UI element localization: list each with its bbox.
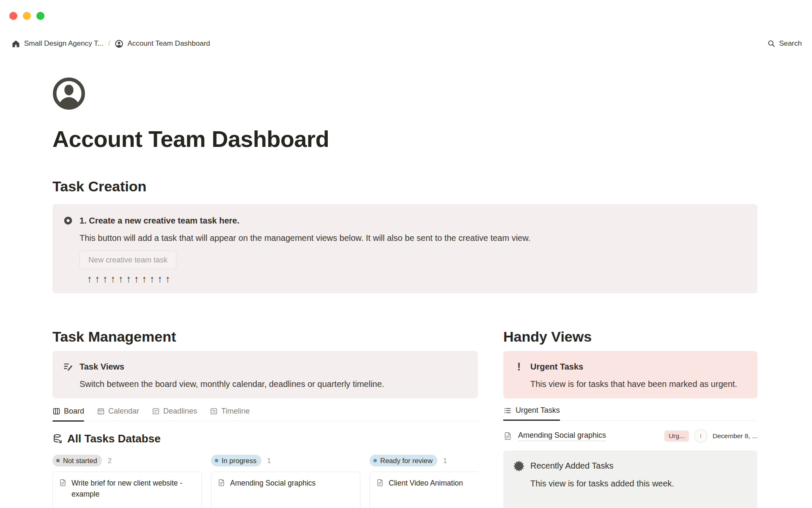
column-count: 2: [108, 457, 112, 465]
task-card[interactable]: Write brief for new client website - exa…: [52, 472, 202, 508]
list-page-icon: [152, 407, 160, 415]
list-view-icon: [503, 406, 512, 415]
page-title: Account Team Dashboard: [52, 125, 757, 152]
search-label: Search: [779, 39, 802, 48]
tab-urgent-tasks-label: Urgent Tasks: [516, 406, 560, 415]
task-views-title: Task Views: [80, 362, 124, 372]
database-icon: [52, 433, 63, 444]
seal-icon: [513, 461, 524, 472]
page-body: Account Team Dashboard Task Creation 1. …: [52, 77, 757, 508]
breadcrumb-separator: /: [107, 39, 111, 48]
timeline-icon: [210, 407, 218, 415]
task-card[interactable]: Client Video Animation: [370, 472, 478, 508]
tab-deadlines-label: Deadlines: [163, 407, 197, 416]
task-card-title: Amending Social graphics: [230, 478, 315, 489]
breadcrumb-page-label: Account Team Dashboard: [127, 39, 210, 48]
tab-urgent-tasks[interactable]: Urgent Tasks: [503, 406, 560, 421]
view-tabs: Board Calendar Deadlines: [52, 407, 478, 421]
tab-timeline-label: Timeline: [221, 407, 250, 416]
tab-board[interactable]: Board: [52, 407, 84, 421]
breadcrumb: Small Design Agency T... / Account Team …: [11, 39, 210, 48]
document-icon: [376, 478, 384, 487]
recently-added-description: This view is for tasks added this week.: [530, 478, 746, 489]
breadcrumb-page[interactable]: Account Team Dashboard: [115, 39, 210, 48]
tab-calendar[interactable]: Calendar: [97, 407, 139, 421]
status-dot: [56, 459, 60, 462]
breadcrumb-workspace-label: Small Design Agency T...: [24, 39, 104, 48]
status-dot: [373, 459, 377, 462]
minimize-window-button[interactable]: [23, 12, 31, 20]
status-dot: [215, 459, 218, 462]
document-icon: [59, 478, 67, 487]
database-title-toggle[interactable]: All Tasks Databse: [52, 432, 478, 445]
new-creative-team-task-button[interactable]: New creative team task: [80, 251, 176, 269]
urgent-tasks-callout-description: This view is for tasks that have been ma…: [530, 378, 746, 390]
status-pill-in-progress[interactable]: In progress: [211, 455, 261, 467]
search-button[interactable]: Search: [767, 39, 802, 48]
compose-icon: [63, 361, 74, 372]
task-views-description: Switch between the board view, monthly c…: [80, 378, 466, 390]
close-window-button[interactable]: [9, 12, 17, 20]
handy-views-section: Handy Views ! Urgent Tasks This view is …: [503, 327, 757, 508]
calendar-icon: [97, 407, 105, 415]
tab-deadlines[interactable]: Deadlines: [152, 407, 197, 421]
recently-added-title: Recently Added Tasks: [530, 461, 613, 471]
page-avatar-icon[interactable]: [52, 77, 85, 110]
search-icon: [767, 39, 776, 48]
task-creation-callout: 1. Create a new creative team task here.…: [52, 204, 757, 293]
database-title: All Tasks Databse: [67, 432, 161, 445]
tab-board-label: Board: [64, 407, 84, 416]
home-icon: [11, 39, 20, 48]
handy-views-heading: Handy Views: [503, 327, 757, 346]
due-date: December 8, ...: [713, 432, 757, 440]
status-pill-not-started[interactable]: Not started: [52, 455, 102, 467]
assignee-avatar: I: [694, 430, 707, 442]
breadcrumb-workspace[interactable]: Small Design Agency T...: [11, 39, 104, 48]
board-column-ready-for-review: Ready for review 1 Client Video Animatio…: [370, 455, 478, 508]
column-count: 1: [267, 457, 271, 465]
kanban-board: Not started 2 Write brief for new client…: [52, 455, 478, 508]
task-creation-callout-title: 1. Create a new creative team task here.: [80, 216, 239, 226]
top-bar: Small Design Agency T... / Account Team …: [11, 36, 802, 51]
up-arrows-decoration: ↑↑↑↑↑↑↑↑↑↑↑: [87, 273, 746, 285]
urgent-task-link[interactable]: Amending Social graphics: [518, 431, 606, 441]
status-pill-ready-for-review[interactable]: Ready for review: [370, 455, 437, 467]
board-column-not-started: Not started 2 Write brief for new client…: [52, 455, 202, 508]
task-creation-callout-description: This button will add a task that will ap…: [80, 232, 746, 244]
board-column-in-progress: In progress 1 Amending Social graphics: [211, 455, 360, 508]
task-views-callout: Task Views Switch between the board view…: [52, 351, 478, 398]
task-management-section: Task Management Task Views Switch betwee…: [52, 327, 478, 508]
urgent-tag: Urg...: [664, 431, 689, 442]
urgent-tasks-callout: ! Urgent Tasks This view is for tasks th…: [503, 351, 757, 398]
person-circle-icon: [115, 39, 123, 48]
urgent-tasks-tab-row: Urgent Tasks: [503, 406, 757, 421]
urgent-tasks-callout-title: Urgent Tasks: [530, 362, 583, 372]
urgent-task-row: Amending Social graphics Urg... I Decemb…: [503, 427, 757, 445]
board-icon: [52, 407, 60, 415]
button-block-icon: [63, 215, 74, 226]
task-card[interactable]: Amending Social graphics: [211, 472, 360, 508]
task-creation-heading: Task Creation: [52, 177, 757, 196]
document-icon: [503, 431, 513, 441]
exclamation-icon: !: [513, 361, 524, 372]
window-controls: [9, 12, 44, 20]
task-card-title: Write brief for new client website - exa…: [71, 478, 195, 500]
status-label: Ready for review: [380, 457, 433, 465]
task-management-heading: Task Management: [52, 327, 478, 346]
zoom-window-button[interactable]: [36, 12, 44, 20]
tab-timeline[interactable]: Timeline: [210, 407, 250, 421]
column-count: 1: [443, 457, 447, 465]
document-icon: [217, 478, 226, 487]
status-label: Not started: [63, 457, 97, 465]
status-label: In progress: [222, 457, 257, 465]
tab-calendar-label: Calendar: [108, 407, 139, 416]
task-card-title: Client Video Animation: [389, 478, 463, 489]
recently-added-callout: Recently Added Tasks This view is for ta…: [503, 450, 757, 508]
